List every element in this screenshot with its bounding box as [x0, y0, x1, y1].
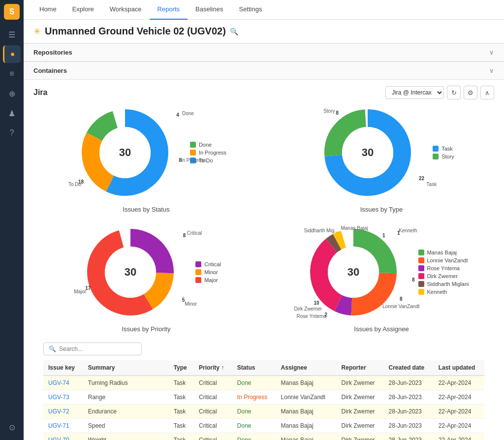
jira-section: Jira Jira @ Intercax ↻ ⚙ ∧	[24, 80, 504, 440]
svg-text:30: 30	[119, 146, 131, 158]
nav-baselines[interactable]: Baselines	[188, 0, 231, 20]
cell-assignee: Manas Bajaj	[276, 405, 337, 419]
table-header-row: Issue key Summary Type Priority ↑ Status…	[43, 360, 484, 376]
main-content: Home Explore Workspace Reports Baselines…	[24, 0, 504, 440]
cell-created: 28-Jun-2023	[384, 376, 434, 390]
legend-task: Task	[433, 146, 454, 152]
issue-link[interactable]: UGV-70	[48, 437, 69, 440]
cell-type: Task	[169, 433, 194, 440]
legend-task-label: Task	[441, 146, 453, 152]
cell-summary: Weight	[83, 433, 169, 440]
page-title-icon: ✳	[33, 26, 41, 37]
sidebar-item-dashboard[interactable]: ●	[3, 45, 21, 63]
legend-ip-label: In Progress	[199, 150, 226, 156]
sidebar-logo[interactable]: S	[4, 4, 20, 20]
page-title-link-icon[interactable]: 🔍	[230, 28, 238, 35]
jira-expand-button[interactable]: ∧	[480, 86, 494, 99]
annotation-kenneth: Kenneth	[399, 228, 417, 233]
col-created: Created date	[384, 360, 434, 376]
jira-title: Jira	[33, 88, 47, 97]
nav-settings[interactable]: Settings	[231, 0, 270, 20]
nav-workspace[interactable]: Workspace	[102, 0, 150, 20]
nav-home[interactable]: Home	[32, 0, 64, 20]
sidebar-item-users[interactable]: ♟	[3, 104, 21, 122]
legend-critical-label: Critical	[204, 261, 221, 267]
chart-issues-by-status: 30 Done In Progress To Do 4 8 18	[33, 103, 259, 213]
chart-priority-svg: 30	[81, 223, 180, 321]
chart-status-svg: 30	[76, 103, 174, 202]
cell-created: 28-Jun-2023	[384, 390, 434, 405]
cell-created: 28-Jun-2023	[384, 405, 434, 419]
legend-critical: Critical	[195, 261, 221, 267]
page-title-bar: ✳ Unmanned Ground Vehicle 02 (UGV02) 🔍	[24, 20, 504, 43]
cell-issue-key[interactable]: UGV-71	[43, 419, 83, 433]
cell-reporter: Dirk Zwemer	[337, 419, 384, 433]
col-priority[interactable]: Priority ↑	[194, 360, 232, 376]
nav-explore[interactable]: Explore	[64, 0, 102, 20]
cell-summary: Range	[83, 390, 169, 405]
issue-link[interactable]: UGV-73	[48, 394, 69, 401]
col-issue-key: Issue key	[43, 360, 83, 376]
annotation-manas-val: 1	[382, 233, 385, 238]
svg-text:30: 30	[347, 266, 359, 278]
legend-task-dot	[433, 146, 439, 152]
legend-done: Done	[190, 142, 226, 148]
containers-section-header[interactable]: Containers ∨	[24, 62, 504, 80]
sidebar-item-globe[interactable]: ⊕	[3, 85, 21, 102]
cell-updated: 22-Apr-2024	[434, 405, 484, 419]
chart-assignee-with-legend: 30 Siddharth Mig... Kenneth 1 1 Manas Ba…	[294, 223, 469, 321]
cell-status: Done	[232, 419, 276, 433]
annotation-task-val: 22	[419, 176, 424, 181]
sidebar-item-list[interactable]: ≡	[3, 65, 21, 83]
page-title: Unmanned Ground Vehicle 02 (UGV02)	[45, 26, 226, 37]
sidebar: S ☰ ● ≡ ⊕ ♟ ? ⊙	[0, 0, 24, 440]
jira-refresh-button[interactable]: ↻	[447, 86, 461, 99]
cell-updated: 22-Apr-2024	[434, 376, 484, 390]
cell-priority: Critical	[194, 419, 232, 433]
annotation-lonnie: Lonnie VanZandt	[382, 304, 419, 309]
sidebar-item-menu[interactable]: ☰	[3, 26, 21, 43]
cell-assignee: Lonnie VanZandt	[276, 390, 337, 405]
issues-table: Issue key Summary Type Priority ↑ Status…	[43, 360, 484, 440]
chart-status-title: Issues by Status	[123, 206, 169, 213]
annotation-minor-val: 5	[182, 297, 185, 303]
cell-priority: Critical	[194, 376, 232, 390]
legend-kenneth-label: Kenneth	[427, 289, 447, 295]
search-bar[interactable]: 🔍	[43, 343, 142, 355]
chart-status-with-legend: 30 Done In Progress To Do 4 8 18	[66, 103, 226, 202]
cell-status: Done	[232, 405, 276, 419]
legend-manas-label: Manas Bajaj	[427, 250, 457, 255]
issue-link[interactable]: UGV-72	[48, 408, 69, 415]
annotation-done-val: 4	[176, 112, 179, 118]
cell-issue-key[interactable]: UGV-72	[43, 405, 83, 419]
issue-link[interactable]: UGV-71	[48, 422, 69, 429]
cell-issue-key[interactable]: UGV-70	[43, 433, 83, 440]
issue-link[interactable]: UGV-74	[48, 379, 69, 386]
jira-settings-button[interactable]: ⚙	[464, 86, 477, 99]
table-row: UGV-74 Turning Radius Task Critical Done…	[43, 376, 484, 390]
cell-created: 28-Jun-2023	[384, 419, 434, 433]
legend-major-label: Major	[204, 277, 218, 283]
jira-source-dropdown[interactable]: Jira @ Intercax	[385, 86, 444, 99]
containers-title: Containers	[33, 67, 67, 74]
repositories-section-header[interactable]: Repositories ∨	[24, 43, 504, 62]
cell-priority: Critical	[194, 390, 232, 405]
search-input[interactable]	[59, 346, 136, 352]
chart-priority-title: Issues by Priority	[122, 325, 171, 333]
content-area: ✳ Unmanned Ground Vehicle 02 (UGV02) 🔍 R…	[24, 20, 504, 440]
legend-siddharth-dot	[418, 281, 424, 287]
legend-lonnie: Lonnie VanZandt	[418, 257, 469, 263]
legend-major: Major	[195, 277, 221, 283]
sidebar-item-account[interactable]: ⊙	[3, 418, 21, 436]
cell-issue-key[interactable]: UGV-74	[43, 376, 83, 390]
cell-assignee: Manas Bajaj	[276, 376, 337, 390]
legend-minor-label: Minor	[204, 269, 218, 275]
cell-priority: Critical	[194, 433, 232, 440]
nav-reports[interactable]: Reports	[150, 0, 188, 20]
legend-rose-dot	[418, 265, 424, 271]
repositories-title: Repositories	[33, 49, 72, 56]
legend-minor: Minor	[195, 269, 221, 275]
cell-issue-key[interactable]: UGV-73	[43, 390, 83, 405]
sidebar-item-help[interactable]: ?	[3, 124, 21, 142]
annotation-rose: Rose Yntema	[297, 314, 326, 319]
